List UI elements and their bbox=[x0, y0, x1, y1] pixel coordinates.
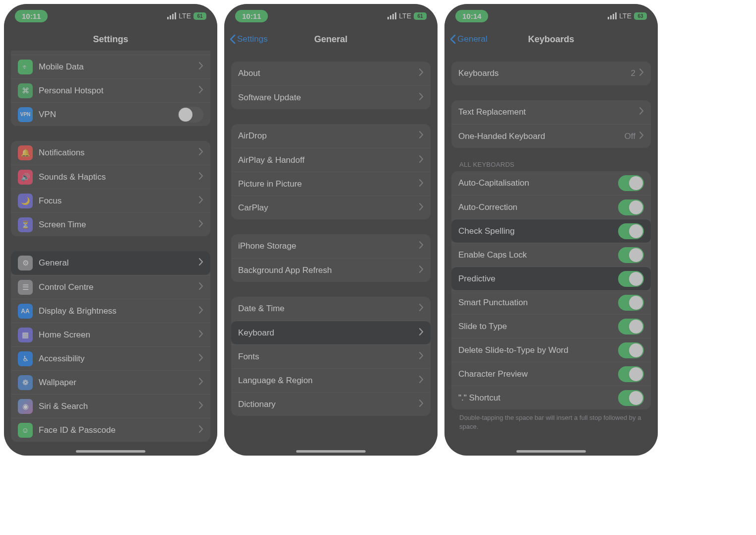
row-auto-cap[interactable]: Auto-Capitalisation bbox=[451, 171, 651, 195]
dot-shortcut-toggle[interactable] bbox=[618, 390, 644, 406]
nav-header: General Keyboards bbox=[444, 28, 658, 51]
row-software-update[interactable]: Software Update bbox=[231, 85, 431, 109]
general-list[interactable]: About Software Update AirDrop AirPlay & … bbox=[224, 51, 438, 426]
row-text-replacement[interactable]: Text Replacement bbox=[451, 100, 651, 124]
smart-punctuation-toggle[interactable] bbox=[618, 295, 644, 311]
row-auto-correction[interactable]: Auto-Correction bbox=[451, 195, 651, 219]
row-faceid[interactable]: ☺ Face ID & Passcode bbox=[11, 418, 210, 442]
row-label: About bbox=[238, 68, 419, 78]
chevron-right-icon bbox=[419, 155, 424, 165]
row-wallpaper[interactable]: ❁ Wallpaper bbox=[11, 370, 210, 394]
row-keyboards-list[interactable]: Keyboards 2 bbox=[451, 62, 651, 85]
row-general[interactable]: ⚙︎ General bbox=[11, 251, 210, 275]
row-bg-refresh[interactable]: Background App Refresh bbox=[231, 258, 431, 282]
row-label: Auto-Capitalisation bbox=[458, 178, 618, 188]
status-right: LTE 61 bbox=[167, 12, 206, 20]
row-label: Dictionary bbox=[238, 400, 419, 409]
check-spelling-toggle[interactable] bbox=[618, 223, 644, 239]
group-system: ⚙︎ General ☰ Control Centre AA Display &… bbox=[11, 251, 210, 442]
group-keyboards: Keyboards 2 bbox=[451, 62, 651, 85]
row-mobile-data[interactable]: ᯤ Mobile Data bbox=[11, 55, 210, 78]
row-label: Notifications bbox=[39, 148, 199, 158]
row-control-centre[interactable]: ☰ Control Centre bbox=[11, 275, 210, 299]
row-pip[interactable]: Picture in Picture bbox=[231, 172, 431, 196]
status-bar: 10:11 LTE 61 bbox=[4, 4, 217, 28]
row-dictionary[interactable]: Dictionary bbox=[231, 392, 431, 416]
row-smart-punctuation[interactable]: Smart Punctuation bbox=[451, 290, 651, 314]
row-personal-hotspot[interactable]: ⌘ Personal Hotspot bbox=[11, 78, 210, 102]
row-caps-lock[interactable]: Enable Caps Lock bbox=[451, 243, 651, 267]
row-label: Background App Refresh bbox=[238, 266, 419, 275]
row-airdrop[interactable]: AirDrop bbox=[231, 124, 431, 148]
row-date-time[interactable]: Date & Time bbox=[231, 297, 431, 321]
auto-correction-toggle[interactable] bbox=[618, 200, 644, 215]
row-label: Face ID & Passcode bbox=[39, 425, 199, 435]
row-screen-time[interactable]: ⏳ Screen Time bbox=[11, 212, 210, 236]
battery-badge: 63 bbox=[634, 12, 647, 20]
auto-cap-toggle[interactable] bbox=[618, 175, 644, 191]
chevron-right-icon bbox=[199, 330, 203, 340]
row-label: Fonts bbox=[238, 352, 419, 362]
row-display[interactable]: AA Display & Brightness bbox=[11, 299, 210, 323]
chevron-right-icon bbox=[419, 241, 424, 251]
row-label: Delete Slide-to-Type by Word bbox=[458, 345, 618, 355]
row-notifications[interactable]: 🔔 Notifications bbox=[11, 141, 210, 165]
home-indicator[interactable] bbox=[516, 450, 586, 453]
char-preview-toggle[interactable] bbox=[618, 366, 644, 382]
row-predictive[interactable]: Predictive bbox=[451, 267, 651, 290]
row-dot-shortcut[interactable]: "." Shortcut bbox=[451, 386, 651, 409]
row-storage[interactable]: iPhone Storage bbox=[231, 234, 431, 258]
slide-type-toggle[interactable] bbox=[618, 319, 644, 334]
row-accessibility[interactable]: ♿︎ Accessibility bbox=[11, 346, 210, 370]
caps-lock-toggle[interactable] bbox=[618, 247, 644, 263]
settings-list[interactable]: ᚼ Bluetooth Off ᯤ Mobile Data ⌘ Personal… bbox=[4, 51, 217, 452]
row-focus[interactable]: 🌙 Focus bbox=[11, 189, 210, 212]
chevron-right-icon bbox=[199, 401, 203, 411]
chevron-right-icon bbox=[639, 132, 644, 141]
group-alerts: 🔔 Notifications 🔊 Sounds & Haptics 🌙 Foc… bbox=[11, 141, 210, 236]
row-label: Date & Time bbox=[238, 304, 419, 314]
row-slide-to-type[interactable]: Slide to Type bbox=[451, 314, 651, 338]
nav-header: Settings General bbox=[224, 28, 438, 51]
battery-badge: 61 bbox=[414, 12, 427, 20]
chevron-right-icon bbox=[419, 93, 424, 103]
row-delete-slide[interactable]: Delete Slide-to-Type by Word bbox=[451, 338, 651, 362]
chevron-right-icon bbox=[199, 86, 203, 96]
status-time: 10:11 bbox=[15, 10, 48, 22]
row-label: Focus bbox=[39, 196, 199, 206]
row-sounds[interactable]: 🔊 Sounds & Haptics bbox=[11, 165, 210, 189]
row-siri[interactable]: ◉ Siri & Search bbox=[11, 394, 210, 418]
keyboards-list[interactable]: Keyboards 2 Text Replacement One-Handed … bbox=[444, 51, 658, 441]
home-indicator[interactable] bbox=[296, 450, 366, 453]
row-vpn[interactable]: VPN VPN bbox=[11, 102, 210, 126]
row-carplay[interactable]: CarPlay bbox=[231, 196, 431, 219]
row-keyboard[interactable]: Keyboard bbox=[231, 321, 431, 344]
row-label: Character Preview bbox=[458, 369, 618, 379]
chevron-right-icon bbox=[199, 258, 203, 268]
row-fonts[interactable]: Fonts bbox=[231, 344, 431, 368]
row-home-screen[interactable]: ▦ Home Screen bbox=[11, 323, 210, 346]
row-char-preview[interactable]: Character Preview bbox=[451, 362, 651, 386]
row-label: Software Update bbox=[238, 93, 419, 103]
back-button[interactable]: General bbox=[449, 34, 487, 44]
row-language[interactable]: Language & Region bbox=[231, 368, 431, 392]
delete-slide-toggle[interactable] bbox=[618, 342, 644, 358]
row-about[interactable]: About bbox=[231, 62, 431, 85]
predictive-toggle[interactable] bbox=[618, 271, 644, 287]
row-check-spelling[interactable]: Check Spelling bbox=[451, 219, 651, 243]
row-airplay[interactable]: AirPlay & Handoff bbox=[231, 148, 431, 172]
row-bluetooth[interactable]: ᚼ Bluetooth Off bbox=[11, 51, 210, 55]
row-label: Predictive bbox=[458, 274, 618, 284]
home-indicator[interactable] bbox=[76, 450, 145, 453]
chevron-right-icon bbox=[199, 172, 203, 182]
back-button[interactable]: Settings bbox=[229, 34, 267, 44]
vpn-toggle[interactable] bbox=[178, 107, 203, 123]
row-label: General bbox=[39, 258, 199, 268]
row-one-handed[interactable]: One-Handed Keyboard Off bbox=[451, 124, 651, 148]
nav-header: Settings bbox=[4, 28, 217, 51]
speaker-icon: 🔊 bbox=[18, 170, 33, 185]
gear-icon: ⚙︎ bbox=[18, 256, 33, 270]
page-title: Keyboards bbox=[528, 34, 574, 45]
network-label: LTE bbox=[179, 12, 191, 20]
row-label: Wallpaper bbox=[39, 378, 199, 388]
